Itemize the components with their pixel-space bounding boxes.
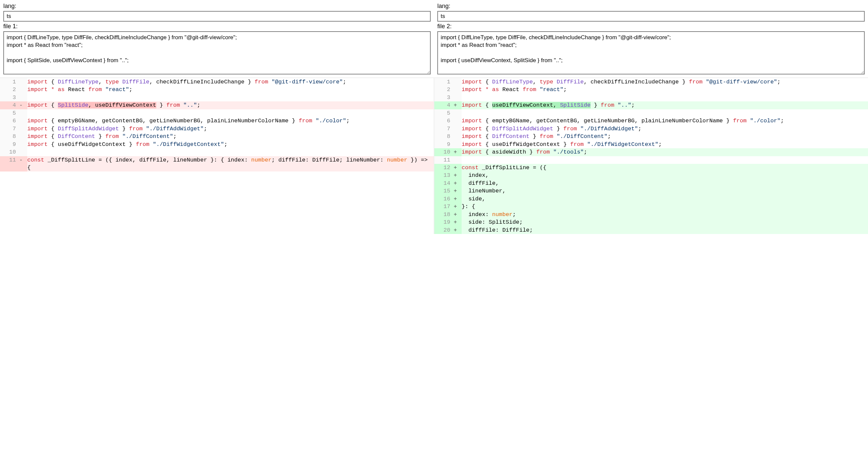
- line-number: 9: [434, 140, 454, 148]
- lang-label-left: lang:: [3, 3, 431, 10]
- diff-view: 1import { DiffLineType, type DiffFile, c…: [0, 77, 868, 234]
- diff-sign: [19, 133, 27, 140]
- line-number: 10: [0, 148, 19, 156]
- diff-line[interactable]: 10+import { asideWidth } from "./tools";: [434, 148, 868, 156]
- file-textarea-right[interactable]: [437, 31, 865, 74]
- line-number: 7: [0, 125, 19, 133]
- diff-line[interactable]: 18+ index: number;: [434, 211, 868, 218]
- diff-line[interactable]: 9import { useDiffWidgetContext } from ".…: [434, 140, 868, 148]
- line-number: 4: [434, 101, 454, 109]
- line-number: 8: [434, 133, 454, 140]
- line-number: 6: [0, 117, 19, 125]
- line-number: 12: [434, 164, 454, 171]
- diff-sign: +: [454, 226, 462, 234]
- diff-sign: +: [454, 180, 462, 187]
- diff-line[interactable]: 7import { DiffSplitAddWidget } from "./D…: [434, 125, 868, 133]
- diff-sign: [454, 94, 462, 101]
- diff-left-pane[interactable]: 1import { DiffLineType, type DiffFile, c…: [0, 78, 434, 234]
- diff-line[interactable]: 17+}: {: [434, 203, 868, 210]
- code-content: index,: [462, 171, 868, 179]
- diff-line[interactable]: 4+import { useDiffViewContext, SplitSide…: [434, 101, 868, 109]
- code-content: side: SplitSide;: [462, 218, 868, 226]
- diff-line[interactable]: 4-import { SplitSide, useDiffViewContext…: [0, 101, 434, 109]
- line-number: 7: [434, 125, 454, 133]
- line-number: 5: [0, 109, 19, 117]
- diff-line[interactable]: 8import { DiffContent } from "./DiffCont…: [0, 133, 434, 140]
- diff-line[interactable]: 8import { DiffContent } from "./DiffCont…: [434, 133, 868, 140]
- diff-line[interactable]: 5: [0, 109, 434, 117]
- line-number: 17: [434, 203, 454, 210]
- line-number: 2: [434, 86, 454, 93]
- line-number: 20: [434, 226, 454, 234]
- line-number: 18: [434, 211, 454, 218]
- line-number: 1: [434, 78, 454, 86]
- line-number: 3: [434, 94, 454, 101]
- code-content: import { DiffContent } from "./DiffConte…: [462, 133, 868, 140]
- diff-line[interactable]: 11: [434, 156, 868, 164]
- diff-sign: [454, 117, 462, 125]
- diff-line[interactable]: 10: [0, 148, 434, 156]
- diff-line[interactable]: 6import { emptyBGName, getContentBG, get…: [434, 117, 868, 125]
- diff-line[interactable]: 7import { DiffSplitAddWidget } from "./D…: [0, 125, 434, 133]
- diff-line[interactable]: 3: [0, 94, 434, 101]
- diff-sign: [19, 86, 27, 93]
- file-textarea-left[interactable]: [3, 31, 431, 74]
- code-content: [27, 109, 434, 117]
- code-content: import * as React from "react";: [462, 86, 868, 93]
- line-number: 2: [0, 86, 19, 93]
- diff-line[interactable]: 13+ index,: [434, 171, 868, 179]
- diff-line[interactable]: 2import * as React from "react";: [0, 86, 434, 93]
- diff-sign: -: [19, 101, 27, 109]
- code-content: [462, 109, 868, 117]
- file-label-left: file 1:: [3, 23, 431, 30]
- diff-sign: [19, 117, 27, 125]
- diff-line[interactable]: 11-const _DiffSplitLine = ({ index, diff…: [0, 156, 434, 172]
- diff-line[interactable]: 1import { DiffLineType, type DiffFile, c…: [434, 78, 868, 86]
- diff-sign: [454, 109, 462, 117]
- code-content: import { DiffSplitAddWidget } from "./Di…: [462, 125, 868, 133]
- diff-sign: [19, 140, 27, 148]
- diff-line[interactable]: 19+ side: SplitSide;: [434, 218, 868, 226]
- diff-sign: [454, 86, 462, 93]
- diff-line[interactable]: 16+ side,: [434, 195, 868, 203]
- code-content: [462, 156, 868, 164]
- line-number: 6: [434, 117, 454, 125]
- line-number: 3: [0, 94, 19, 101]
- code-content: [27, 94, 434, 101]
- code-content: diffFile: DiffFile;: [462, 226, 868, 234]
- code-content: import { SplitSide, useDiffViewContext }…: [27, 101, 434, 109]
- right-input-column: lang: file 2:: [434, 0, 868, 77]
- diff-line[interactable]: 20+ diffFile: DiffFile;: [434, 226, 868, 234]
- line-number: 1: [0, 78, 19, 86]
- diff-sign: +: [454, 218, 462, 226]
- left-input-column: lang: file 1:: [0, 0, 434, 77]
- diff-line[interactable]: 5: [434, 109, 868, 117]
- diff-sign: +: [454, 148, 462, 156]
- diff-line[interactable]: 14+ diffFile,: [434, 180, 868, 187]
- line-number: 11: [434, 156, 454, 164]
- diff-sign: +: [454, 187, 462, 195]
- code-content: lineNumber,: [462, 187, 868, 195]
- diff-line[interactable]: 2import * as React from "react";: [434, 86, 868, 93]
- diff-line[interactable]: 15+ lineNumber,: [434, 187, 868, 195]
- code-content: import { emptyBGName, getContentBG, getL…: [27, 117, 434, 125]
- diff-sign: [454, 78, 462, 86]
- diff-line[interactable]: 1import { DiffLineType, type DiffFile, c…: [0, 78, 434, 86]
- diff-sign: +: [454, 211, 462, 218]
- code-content: import { DiffLineType, type DiffFile, ch…: [27, 78, 434, 86]
- diff-line[interactable]: 3: [434, 94, 868, 101]
- diff-sign: -: [19, 156, 27, 172]
- lang-input-right[interactable]: [437, 11, 865, 22]
- lang-input-left[interactable]: [3, 11, 431, 22]
- diff-sign: [454, 156, 462, 164]
- code-content: diffFile,: [462, 180, 868, 187]
- diff-line[interactable]: 6import { emptyBGName, getContentBG, get…: [0, 117, 434, 125]
- diff-sign: [19, 125, 27, 133]
- diff-line[interactable]: 12+const _DiffSplitLine = ({: [434, 164, 868, 171]
- diff-right-pane[interactable]: 1import { DiffLineType, type DiffFile, c…: [434, 78, 868, 234]
- code-content: import * as React from "react";: [27, 86, 434, 93]
- code-content: import { useDiffViewContext, SplitSide }…: [462, 101, 868, 109]
- diff-sign: [454, 133, 462, 140]
- diff-line[interactable]: 9import { useDiffWidgetContext } from ".…: [0, 140, 434, 148]
- diff-sign: +: [454, 164, 462, 171]
